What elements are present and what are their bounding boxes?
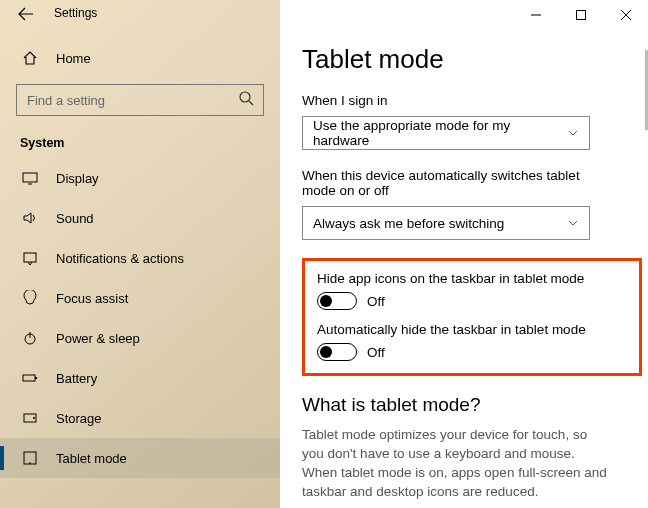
svg-rect-8 (24, 452, 36, 464)
hide-taskbar-toggle[interactable] (317, 343, 357, 361)
sidebar-item-sound[interactable]: Sound (0, 198, 280, 238)
home-icon (20, 50, 40, 66)
svg-rect-4 (23, 375, 35, 381)
svg-rect-2 (24, 253, 36, 262)
switch-value: Always ask me before switching (313, 216, 504, 231)
battery-icon (20, 370, 40, 386)
svg-point-0 (240, 92, 250, 102)
svg-point-7 (33, 417, 35, 419)
svg-rect-1 (23, 173, 37, 182)
toggle1-label: Hide app icons on the taskbar in tablet … (317, 271, 627, 286)
sidebar: Settings Home System Display Sound Notif… (0, 0, 280, 508)
nav-label: Tablet mode (56, 451, 127, 466)
nav-label: Power & sleep (56, 331, 140, 346)
switch-label: When this device automatically switches … (302, 168, 612, 198)
sidebar-item-power-sleep[interactable]: Power & sleep (0, 318, 280, 358)
section-title: System (0, 126, 280, 158)
sidebar-item-notifications[interactable]: Notifications & actions (0, 238, 280, 278)
signin-label: When I sign in (302, 93, 626, 108)
subheading: What is tablet mode? (302, 394, 626, 416)
search-wrap (16, 84, 264, 116)
toggle2-state: Off (367, 345, 385, 360)
search-icon (238, 90, 254, 106)
sidebar-item-storage[interactable]: Storage (0, 398, 280, 438)
display-icon (20, 170, 40, 186)
nav-label: Battery (56, 371, 97, 386)
back-button[interactable] (18, 6, 34, 22)
chevron-down-icon (567, 127, 579, 139)
svg-rect-5 (35, 377, 37, 379)
sidebar-item-display[interactable]: Display (0, 158, 280, 198)
toggle1-state: Off (367, 294, 385, 309)
chevron-down-icon (567, 217, 579, 229)
page-title: Tablet mode (302, 44, 626, 75)
search-input[interactable] (16, 84, 264, 116)
notifications-icon (20, 250, 40, 266)
nav-label: Storage (56, 411, 102, 426)
nav-label: Notifications & actions (56, 251, 184, 266)
sidebar-item-focus-assist[interactable]: Focus assist (0, 278, 280, 318)
app-title: Settings (54, 6, 97, 20)
tablet-icon (20, 450, 40, 466)
description: Tablet mode optimizes your device for to… (302, 426, 612, 502)
nav-label: Display (56, 171, 99, 186)
home-label: Home (56, 51, 91, 66)
switch-dropdown[interactable]: Always ask me before switching (302, 206, 590, 240)
toggle2-label: Automatically hide the taskbar in tablet… (317, 322, 627, 337)
signin-value: Use the appropriate mode for my hardware (313, 118, 559, 148)
storage-icon (20, 410, 40, 426)
focus-assist-icon (20, 290, 40, 306)
content-pane: Tablet mode When I sign in Use the appro… (280, 0, 648, 508)
hide-app-icons-toggle[interactable] (317, 292, 357, 310)
sidebar-item-tablet-mode[interactable]: Tablet mode (0, 438, 280, 478)
nav-label: Sound (56, 211, 94, 226)
sidebar-item-battery[interactable]: Battery (0, 358, 280, 398)
sound-icon (20, 210, 40, 226)
highlight-box: Hide app icons on the taskbar in tablet … (302, 258, 642, 376)
arrow-left-icon (18, 6, 34, 22)
power-icon (20, 330, 40, 346)
nav-label: Focus assist (56, 291, 128, 306)
sidebar-item-home[interactable]: Home (0, 38, 280, 78)
signin-dropdown[interactable]: Use the appropriate mode for my hardware (302, 116, 590, 150)
